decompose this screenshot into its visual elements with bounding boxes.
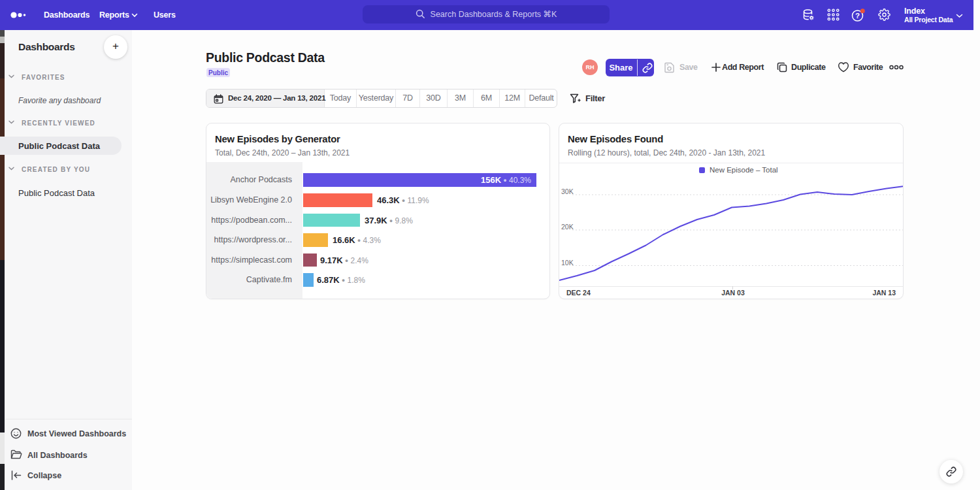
svg-text:?: ? [855, 12, 860, 20]
